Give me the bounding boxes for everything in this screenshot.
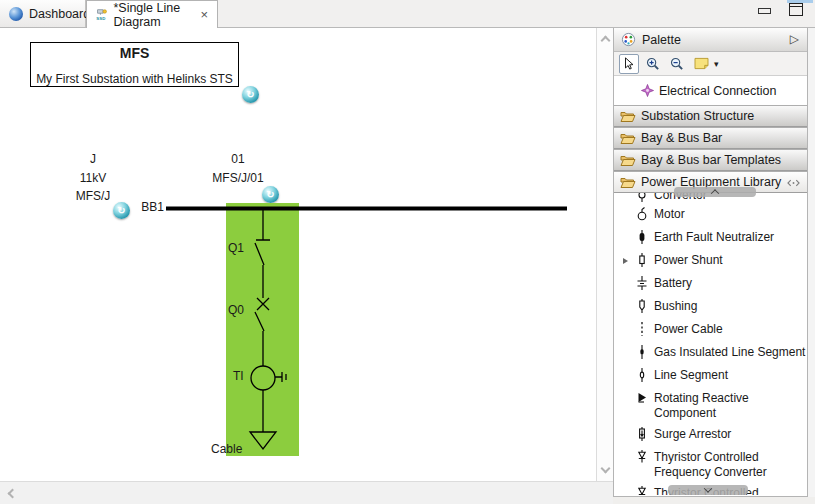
dashboard-globe-icon xyxy=(9,7,23,21)
palette-item-electrical-connection[interactable]: Electrical Connection xyxy=(614,76,807,105)
select-arrow-icon xyxy=(622,57,636,71)
note-dropdown-icon[interactable]: ▾ xyxy=(714,59,719,69)
svg-text:SSD: SSD xyxy=(96,16,105,21)
rotating-reactive-component-icon xyxy=(636,390,648,406)
palette-header[interactable]: Palette ▷ xyxy=(614,28,807,52)
zoom-in-button[interactable] xyxy=(643,54,663,74)
category-label: Substation Structure xyxy=(641,109,754,123)
app-window: Dashboard SSD *Single Line Diagram × MFS… xyxy=(0,0,815,504)
scroll-up-icon xyxy=(711,189,719,197)
window-edge xyxy=(808,28,815,497)
maximize-icon[interactable] xyxy=(789,3,803,16)
surge-arrestor-icon xyxy=(636,426,648,442)
single-line-diagram-icon: SSD xyxy=(96,6,107,23)
circuit-breaker-label: Q0 xyxy=(228,303,244,317)
gas-insulated-line-segment-icon xyxy=(636,344,648,360)
palette-item-power-shunt[interactable]: Power Shunt xyxy=(614,250,807,268)
palette-pin-arrow-icon[interactable]: ▷ xyxy=(790,32,799,46)
close-tab-icon[interactable]: × xyxy=(200,8,208,21)
scroll-down-icon[interactable] xyxy=(601,464,611,474)
canvas-vertical-scrollbar[interactable] xyxy=(596,28,613,481)
palette-icon xyxy=(621,32,636,47)
note-icon xyxy=(694,57,709,70)
category-label: Bay & Bus bar Templates xyxy=(641,153,781,167)
folder-icon xyxy=(620,110,636,123)
category-label: Bay & Bus Bar xyxy=(641,131,722,145)
circuit-breaker-symbol[interactable] xyxy=(255,298,269,366)
power-cable-icon xyxy=(636,321,648,337)
thyristor-frequency-converter-icon xyxy=(636,449,648,465)
current-transformer-label: TI xyxy=(233,369,244,383)
pin-icon[interactable] xyxy=(787,179,800,187)
tab-dashboard[interactable]: Dashboard xyxy=(0,0,86,27)
electrical-connection-icon xyxy=(641,84,654,97)
tab-sld-label: *Single Line Diagram xyxy=(113,1,192,29)
bushing-icon xyxy=(636,298,648,314)
palette-item-surge-arrestor[interactable]: Surge Arrestor xyxy=(614,424,807,442)
palette-item-power-cable[interactable]: Power Cable xyxy=(614,319,807,337)
diagram-canvas[interactable]: MFS My First Substation with Helinks STS… xyxy=(0,28,596,481)
disconnector-symbol[interactable] xyxy=(255,210,270,298)
palette-scroll-down-button[interactable] xyxy=(668,485,748,495)
palette-item-battery[interactable]: Battery xyxy=(614,273,807,291)
palette-toolbar: ▾ xyxy=(614,52,807,76)
electrical-connection-label: Electrical Connection xyxy=(659,84,776,98)
editor-tabbar: Dashboard SSD *Single Line Diagram × xyxy=(0,0,815,28)
earth-fault-neutralizer-icon xyxy=(636,229,648,245)
tab-single-line-diagram[interactable]: SSD *Single Line Diagram × xyxy=(86,0,218,28)
note-tool-button[interactable] xyxy=(691,54,711,74)
expand-arrow-icon[interactable] xyxy=(623,258,628,264)
palette-item-line-segment[interactable]: Line Segment xyxy=(614,365,807,383)
minimize-icon[interactable] xyxy=(758,8,771,14)
current-transformer-symbol[interactable] xyxy=(251,366,275,390)
palette-item-gas-insulated-line-segment[interactable]: Gas Insulated Line Segment xyxy=(614,342,807,360)
view-controls xyxy=(758,3,803,16)
folder-icon xyxy=(620,154,636,167)
power-shunt-icon xyxy=(636,252,648,268)
line-segment-icon xyxy=(636,367,648,383)
thyristor-reactive-component-icon xyxy=(636,485,648,495)
single-line-diagram-graphics[interactable] xyxy=(0,28,596,481)
select-tool-button[interactable] xyxy=(619,54,639,74)
palette-item-thyristor-controlled-frequency-converter[interactable]: Thyristor Controlled Frequency Converter xyxy=(614,447,807,480)
palette-scroll-up-button[interactable] xyxy=(674,187,756,197)
palette-item-earth-fault-neutralizer[interactable]: Earth Fault Neutralizer xyxy=(614,227,807,245)
scroll-down-icon xyxy=(704,484,712,492)
palette-item-bushing[interactable]: Bushing xyxy=(614,296,807,314)
scroll-up-icon[interactable] xyxy=(601,36,611,46)
tab-dashboard-label: Dashboard xyxy=(29,7,90,21)
cable-symbol[interactable] xyxy=(250,432,276,449)
palette-item-rotating-reactive-component[interactable]: Rotating Reactive Component xyxy=(614,388,807,421)
palette-title: Palette xyxy=(642,33,681,47)
folder-icon xyxy=(620,176,636,189)
scroll-left-icon[interactable] xyxy=(8,489,18,499)
disconnector-label: Q1 xyxy=(228,241,244,255)
zoom-out-button[interactable] xyxy=(667,54,687,74)
equipment-list: Convertor Motor Earth Fault Neutralizer xyxy=(614,193,807,495)
cable-label: Cable xyxy=(211,442,242,456)
ct-terminal-mark xyxy=(275,372,286,382)
category-substation-structure[interactable]: Substation Structure xyxy=(614,105,807,127)
minimized-panel-indicator xyxy=(787,0,813,3)
battery-icon xyxy=(636,275,648,291)
folder-icon xyxy=(620,132,636,145)
category-bay-bus-bar-templates[interactable]: Bay & Bus bar Templates xyxy=(614,149,807,171)
palette-item-motor[interactable]: Motor xyxy=(614,204,807,222)
palette-panel: Palette ▷ xyxy=(613,28,808,497)
canvas-horizontal-scrollbar[interactable] xyxy=(0,481,613,504)
zoom-out-icon xyxy=(670,57,684,71)
motor-icon xyxy=(636,206,648,222)
zoom-in-icon xyxy=(646,57,660,71)
category-bay-bus-bar[interactable]: Bay & Bus Bar xyxy=(614,127,807,149)
convertor-icon xyxy=(636,193,648,203)
